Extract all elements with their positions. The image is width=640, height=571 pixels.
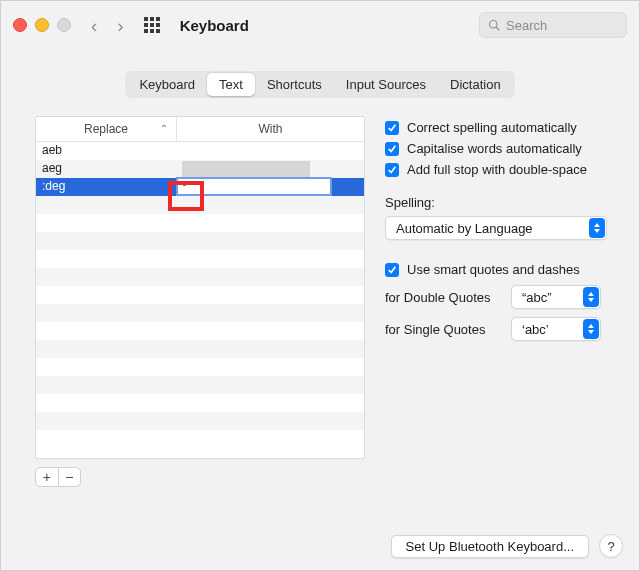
table-row[interactable]: aeb — [36, 142, 364, 160]
tab-dictation[interactable]: Dictation — [438, 73, 513, 96]
correct-spelling-checkbox[interactable] — [385, 121, 399, 135]
table-row[interactable] — [36, 214, 364, 232]
table-row[interactable] — [36, 358, 364, 376]
cell-replace: aeg — [36, 160, 176, 178]
tabbar: Keyboard Text Shortcuts Input Sources Di… — [125, 71, 514, 98]
smart-quotes-row: Use smart quotes and dashes — [385, 262, 611, 277]
stepper-icon — [583, 287, 599, 307]
minimize-window-button[interactable] — [35, 18, 49, 32]
tab-keyboard[interactable]: Keyboard — [127, 73, 207, 96]
cell-with — [176, 160, 364, 178]
spelling-label: Spelling: — [385, 195, 611, 210]
search-placeholder: Search — [506, 18, 547, 33]
search-icon — [488, 19, 500, 31]
table-row[interactable] — [36, 340, 364, 358]
svg-point-0 — [490, 21, 498, 29]
stepper-icon — [583, 319, 599, 339]
titlebar: ‹ › Keyboard Search — [1, 1, 639, 49]
full-stop-label: Add full stop with double-space — [407, 162, 587, 177]
table-row[interactable] — [36, 268, 364, 286]
table-body: aeb aeg :deg — [36, 142, 364, 458]
correct-spelling-row: Correct spelling automatically — [385, 120, 611, 135]
help-button[interactable]: ? — [599, 534, 623, 558]
tab-input-sources[interactable]: Input Sources — [334, 73, 438, 96]
table-row[interactable] — [36, 430, 364, 448]
options-panel: Correct spelling automatically Capitalis… — [385, 116, 611, 487]
cell-with-editing — [176, 178, 364, 196]
content: Replace⌃ With aeb aeg :deg — [1, 98, 639, 487]
table-row[interactable] — [36, 250, 364, 268]
capitalise-checkbox[interactable] — [385, 142, 399, 156]
show-all-icon[interactable] — [144, 17, 160, 33]
table-row[interactable] — [36, 322, 364, 340]
capitalise-row: Capitalise words automatically — [385, 141, 611, 156]
double-quotes-row: for Double Quotes “abc” — [385, 285, 611, 309]
single-quotes-select[interactable]: ‘abc’ — [511, 317, 601, 341]
svg-line-1 — [496, 27, 499, 30]
bottom-bar: Set Up Bluetooth Keyboard... ? — [391, 534, 623, 558]
spelling-select[interactable]: Automatic by Language — [385, 216, 607, 240]
with-edit-input[interactable] — [176, 177, 332, 196]
tab-text[interactable]: Text — [207, 73, 255, 96]
table-row-selected[interactable]: :deg — [36, 178, 364, 196]
double-quotes-label: for Double Quotes — [385, 290, 503, 305]
single-quotes-value: ‘abc’ — [522, 322, 549, 337]
page-title: Keyboard — [180, 17, 249, 34]
remove-button[interactable]: − — [59, 468, 81, 486]
full-stop-checkbox[interactable] — [385, 163, 399, 177]
single-quotes-label: for Single Quotes — [385, 322, 503, 337]
table-row[interactable] — [36, 412, 364, 430]
table-row[interactable] — [36, 232, 364, 250]
replacements-panel: Replace⌃ With aeb aeg :deg — [35, 116, 365, 487]
table-row[interactable] — [36, 394, 364, 412]
tabs: Keyboard Text Shortcuts Input Sources Di… — [1, 71, 639, 98]
sort-chevron-icon: ⌃ — [160, 123, 168, 134]
table-row[interactable] — [36, 286, 364, 304]
single-quotes-row: for Single Quotes ‘abc’ — [385, 317, 611, 341]
add-remove-buttons: + − — [35, 467, 81, 487]
preferences-window: ‹ › Keyboard Search Keyboard Text Shortc… — [0, 0, 640, 571]
close-window-button[interactable] — [13, 18, 27, 32]
zoom-window-button[interactable] — [57, 18, 71, 32]
cell-replace: aeb — [36, 142, 176, 160]
search-input[interactable]: Search — [479, 12, 627, 38]
table-header: Replace⌃ With — [36, 117, 364, 142]
table-row[interactable] — [36, 376, 364, 394]
capitalise-label: Capitalise words automatically — [407, 141, 582, 156]
table-row[interactable]: aeg — [36, 160, 364, 178]
setup-bluetooth-button[interactable]: Set Up Bluetooth Keyboard... — [391, 535, 589, 558]
column-with[interactable]: With — [177, 117, 364, 141]
add-button[interactable]: + — [36, 468, 59, 486]
smart-quotes-checkbox[interactable] — [385, 263, 399, 277]
replacements-table: Replace⌃ With aeb aeg :deg — [35, 116, 365, 459]
cell-with — [176, 142, 364, 160]
window-controls — [13, 18, 71, 32]
double-quotes-select[interactable]: “abc” — [511, 285, 601, 309]
smart-quotes-label: Use smart quotes and dashes — [407, 262, 580, 277]
tab-shortcuts[interactable]: Shortcuts — [255, 73, 334, 96]
nav-arrows: ‹ › — [91, 16, 124, 35]
stepper-icon — [589, 218, 605, 238]
table-row[interactable] — [36, 196, 364, 214]
column-replace[interactable]: Replace⌃ — [36, 117, 177, 141]
back-button[interactable]: ‹ — [91, 16, 97, 35]
cell-replace: :deg — [36, 178, 176, 196]
correct-spelling-label: Correct spelling automatically — [407, 120, 577, 135]
forward-button[interactable]: › — [117, 16, 123, 35]
spelling-value: Automatic by Language — [396, 221, 533, 236]
full-stop-row: Add full stop with double-space — [385, 162, 611, 177]
table-row[interactable] — [36, 304, 364, 322]
double-quotes-value: “abc” — [522, 290, 552, 305]
